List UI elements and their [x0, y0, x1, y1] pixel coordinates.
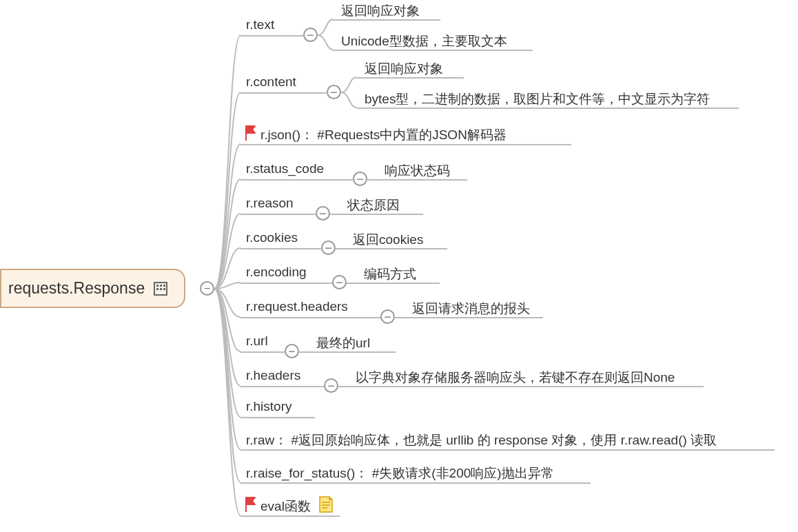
svg-rect-4	[160, 288, 162, 290]
node-r-encoding[interactable]: r.encoding	[246, 265, 307, 280]
root-node[interactable]: requests.Response	[0, 269, 185, 308]
node-r-history[interactable]: r.history	[246, 399, 292, 414]
node-underline	[241, 144, 571, 145]
node-underline	[241, 92, 327, 94]
subnode-headers-0[interactable]: 以字典对象存储服务器响应头，若键不存在则返回None	[356, 369, 675, 387]
subnode-status-0[interactable]: 响应状态码	[385, 162, 450, 180]
node-underline	[241, 283, 332, 284]
subnode-text-1[interactable]: Unicode型数据，主要取文本	[341, 32, 507, 50]
flag-icon	[245, 497, 257, 515]
node-underline	[241, 482, 591, 484]
node-r-url[interactable]: r.url	[246, 334, 268, 349]
node-eval[interactable]: eval函数	[260, 498, 311, 515]
building-icon	[152, 280, 170, 298]
collapse-icon[interactable]: −	[353, 172, 367, 186]
subnode-encoding-0[interactable]: 编码方式	[364, 265, 416, 283]
node-underline	[241, 317, 380, 318]
node-underline	[241, 417, 315, 418]
node-underline	[241, 449, 775, 451]
svg-rect-2	[160, 285, 162, 287]
svg-rect-6	[163, 288, 165, 290]
node-underline	[241, 351, 285, 353]
collapse-icon[interactable]: −	[321, 241, 336, 255]
node-r-text[interactable]: r.text	[246, 17, 274, 32]
collapse-icon[interactable]: −	[303, 28, 318, 42]
node-r-json[interactable]: r.json()： #Requests中内置的JSON解码器	[260, 126, 507, 144]
subnode-reason-0[interactable]: 状态原因	[347, 196, 400, 214]
root-label: requests.Response	[8, 279, 145, 298]
collapse-icon[interactable]: −	[285, 344, 299, 358]
node-r-status-code[interactable]: r.status_code	[246, 161, 324, 176]
node-underline	[241, 515, 340, 517]
node-underline	[241, 248, 321, 249]
subnode-reqhdr-0[interactable]: 返回请求消息的报头	[412, 300, 530, 318]
subnode-content-1[interactable]: bytes型，二进制的数据，取图片和文件等，中文显示为字符	[365, 90, 710, 108]
node-r-cookies[interactable]: r.cookies	[246, 230, 298, 245]
subnode-content-0[interactable]: 返回响应对象	[365, 60, 443, 78]
collapse-icon[interactable]: −	[332, 275, 347, 289]
subnode-url-0[interactable]: 最终的url	[316, 334, 370, 352]
svg-rect-1	[156, 285, 158, 287]
node-underline	[241, 179, 353, 181]
node-r-headers[interactable]: r.headers	[246, 368, 300, 383]
collapse-icon[interactable]: −	[380, 309, 395, 324]
subnode-text-0[interactable]: 返回响应对象	[341, 2, 420, 20]
node-underline	[241, 386, 324, 387]
node-r-reason[interactable]: r.reason	[246, 196, 294, 211]
node-r-content[interactable]: r.content	[246, 74, 296, 90]
collapse-icon[interactable]: −	[324, 378, 338, 393]
collapse-icon[interactable]: −	[316, 206, 330, 221]
node-underline	[241, 35, 303, 37]
collapse-icon[interactable]: −	[327, 85, 341, 99]
flag-icon	[245, 125, 257, 144]
collapse-icon[interactable]: −	[200, 281, 214, 296]
node-r-raise-for-status[interactable]: r.raise_for_status()： #失败请求(非200响应)抛出异常	[246, 464, 554, 482]
subnode-cookies-0[interactable]: 返回cookies	[353, 231, 423, 249]
note-icon	[318, 495, 334, 513]
node-underline	[241, 214, 316, 215]
node-r-request-headers[interactable]: r.request.headers	[246, 299, 348, 314]
svg-rect-5	[163, 285, 165, 287]
svg-rect-3	[156, 288, 158, 290]
node-r-raw[interactable]: r.raw： #返回原始响应体，也就是 urllib 的 response 对象…	[246, 431, 717, 449]
